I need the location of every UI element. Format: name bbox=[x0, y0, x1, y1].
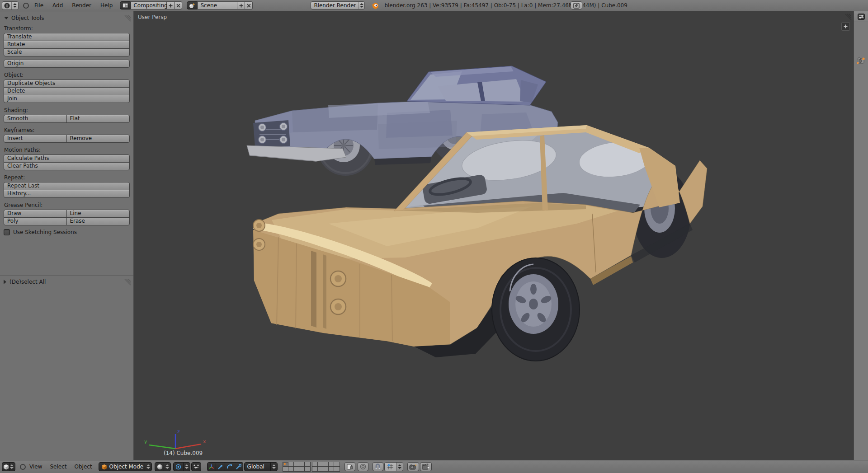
menu-help[interactable]: Help bbox=[100, 2, 113, 9]
tool-button-erase[interactable]: Erase bbox=[66, 217, 130, 225]
pivot-point-selector[interactable] bbox=[173, 462, 190, 471]
button-group: InsertRemove bbox=[4, 135, 130, 143]
viewport-shading-selector[interactable] bbox=[155, 462, 171, 471]
tool-button-insert[interactable]: Insert bbox=[4, 135, 67, 143]
camera-icon bbox=[409, 464, 417, 470]
menu-object[interactable]: Object bbox=[75, 464, 92, 470]
mode-selector[interactable]: Object Mode bbox=[99, 462, 152, 471]
tool-button-draw[interactable]: Draw bbox=[4, 210, 67, 218]
tool-button-smooth[interactable]: Smooth bbox=[4, 115, 67, 123]
axis-y-label: y bbox=[144, 439, 147, 445]
tool-button-origin[interactable]: Origin bbox=[4, 60, 130, 68]
duplicate-window-button[interactable] bbox=[571, 1, 582, 9]
chevron-updown-icon bbox=[396, 463, 403, 471]
properties-editor-icon bbox=[858, 14, 865, 20]
editor-type-selector[interactable] bbox=[2, 1, 19, 10]
render-camera-icon bbox=[856, 56, 866, 65]
sketching-sessions-row: Use Sketching Sessions bbox=[4, 229, 130, 235]
manipulator-axes-icon bbox=[208, 464, 214, 470]
menu-select[interactable]: Select bbox=[50, 464, 66, 470]
transform-orientation-selector[interactable]: Global bbox=[244, 462, 278, 471]
collapse-menus-toggle[interactable] bbox=[20, 464, 26, 470]
menu-add[interactable]: Add bbox=[52, 2, 63, 9]
proportional-edit-toggle[interactable] bbox=[358, 462, 368, 471]
tool-button-clear-paths[interactable]: Clear Paths bbox=[4, 162, 130, 170]
tool-button-duplicate-objects[interactable]: Duplicate Objects bbox=[4, 80, 130, 88]
info-header: FileAddRenderHelp Compositing Scene bbox=[0, 0, 868, 11]
menu-view[interactable]: View bbox=[29, 464, 42, 470]
viewport-menubar: ViewSelectObject bbox=[29, 464, 92, 470]
screen-layout-name[interactable]: Compositing bbox=[131, 1, 167, 9]
manipulate-center-points-toggle[interactable] bbox=[191, 462, 201, 471]
rotate-manipulator-button[interactable] bbox=[225, 462, 234, 471]
viewport-3d-editor-icon bbox=[3, 464, 9, 470]
snap-toggle[interactable] bbox=[373, 462, 383, 471]
editor-type-selector[interactable] bbox=[2, 462, 15, 471]
screen-layout-icon[interactable] bbox=[120, 1, 131, 9]
viewport-header: ViewSelectObject Object Mode bbox=[0, 460, 868, 473]
tool-button-remove[interactable]: Remove bbox=[66, 135, 130, 143]
lock-to-scene-toggle[interactable] bbox=[344, 462, 355, 471]
tool-button-history[interactable]: History... bbox=[4, 190, 130, 198]
tool-button-translate[interactable]: Translate bbox=[4, 33, 130, 41]
region-corner-grip-icon[interactable] bbox=[844, 13, 852, 20]
render-tab[interactable] bbox=[856, 56, 866, 66]
info-editor-icon bbox=[2, 3, 11, 9]
opengl-render-animation-button[interactable] bbox=[420, 462, 432, 471]
section-label: Repeat: bbox=[4, 174, 130, 181]
menu-file[interactable]: File bbox=[34, 2, 43, 9]
manipulator-group bbox=[207, 462, 243, 471]
collapse-menus-toggle[interactable] bbox=[23, 3, 29, 9]
section-label: Shading: bbox=[4, 107, 130, 113]
tool-button-line[interactable]: Line bbox=[66, 210, 130, 218]
tool-button-calculate-paths[interactable]: Calculate Paths bbox=[4, 155, 130, 163]
tool-button-scale[interactable]: Scale bbox=[4, 48, 130, 56]
tool-button-flat[interactable]: Flat bbox=[66, 115, 130, 123]
button-group: Duplicate ObjectsDeleteJoin bbox=[4, 80, 130, 103]
scale-manipulator-button[interactable] bbox=[234, 462, 243, 471]
snap-increment-icon bbox=[385, 463, 396, 471]
scene-icon[interactable] bbox=[187, 1, 198, 9]
axis-gizmo: z x y bbox=[143, 427, 215, 455]
manipulator-toggle-button[interactable] bbox=[207, 462, 216, 471]
layer-toggle[interactable] bbox=[304, 466, 311, 472]
layer-toggle[interactable] bbox=[334, 466, 340, 472]
viewport-3d[interactable]: User Persp (14) Cube.009 z x y bbox=[134, 11, 854, 460]
chevron-updown-icon bbox=[270, 463, 277, 471]
add-scene-button[interactable] bbox=[237, 1, 245, 9]
render-engine-selector[interactable]: Blender Render bbox=[311, 1, 365, 9]
delete-screen-layout-button[interactable] bbox=[175, 1, 182, 9]
render-engine-value: Blender Render bbox=[311, 2, 359, 9]
use-sketching-sessions-checkbox[interactable] bbox=[4, 229, 10, 235]
tool-button-repeat-last[interactable]: Repeat Last bbox=[4, 182, 130, 190]
opengl-render-image-button[interactable] bbox=[407, 462, 419, 471]
scene-name[interactable]: Scene bbox=[198, 1, 237, 9]
deselect-all-panel-header[interactable]: (De)select All bbox=[4, 279, 130, 285]
panel-expanded-icon bbox=[4, 17, 9, 19]
properties-editor-strip[interactable] bbox=[854, 11, 868, 460]
panel-drag-grip-icon[interactable] bbox=[124, 14, 131, 22]
tool-button-poly[interactable]: Poly bbox=[4, 217, 67, 225]
properties-editor-header[interactable] bbox=[854, 11, 868, 22]
section-label: Motion Paths: bbox=[4, 147, 130, 153]
tool-button-rotate[interactable]: Rotate bbox=[4, 41, 130, 49]
open-properties-region-button[interactable] bbox=[841, 22, 850, 31]
mode-value: Object Mode bbox=[109, 464, 144, 470]
axis-x-label: x bbox=[203, 439, 206, 445]
tool-button-delete[interactable]: Delete bbox=[4, 87, 130, 95]
menu-render[interactable]: Render bbox=[72, 2, 91, 9]
panel-drag-grip-icon[interactable] bbox=[124, 278, 131, 286]
section-label: Keyframes: bbox=[4, 127, 130, 133]
chevron-updown-icon bbox=[145, 463, 151, 471]
section-label: Object: bbox=[4, 72, 130, 78]
delete-scene-button[interactable] bbox=[245, 1, 253, 9]
snap-element-selector[interactable] bbox=[384, 462, 403, 471]
chevron-updown-icon bbox=[183, 463, 190, 471]
tool-button-join[interactable]: Join bbox=[4, 95, 130, 103]
button-group: Calculate PathsClear Paths bbox=[4, 155, 130, 170]
layer-group-2 bbox=[312, 462, 340, 471]
panel-collapsed-icon bbox=[4, 280, 6, 284]
object-tools-panel-header[interactable]: Object Tools bbox=[4, 15, 130, 21]
translate-manipulator-button[interactable] bbox=[216, 462, 225, 471]
add-screen-layout-button[interactable] bbox=[167, 1, 175, 9]
